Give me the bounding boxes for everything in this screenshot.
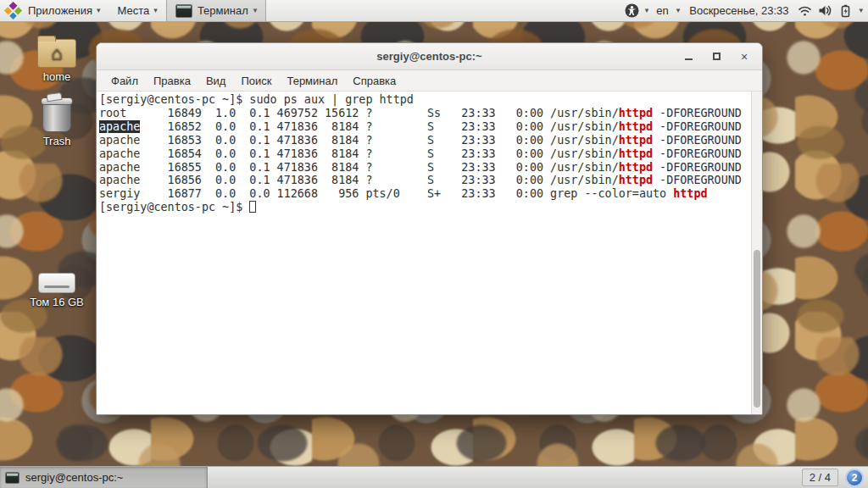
terminal-text-segment: 16852 0.0 0.1 471836 8184 ? S 23:33 0:00… (140, 120, 618, 133)
workspace-indicator[interactable]: 2 / 4 (802, 469, 838, 486)
applications-menu[interactable]: Приложения ▾ (19, 0, 109, 21)
terminal-text-segment: apache 16855 0.0 0.1 471836 8184 ? S 23:… (99, 161, 619, 174)
maximize-icon (713, 53, 721, 60)
maximize-button[interactable] (710, 51, 722, 63)
volume-icon[interactable] (818, 3, 832, 18)
terminal-line: [sergiy@centos-pc ~]$ (99, 201, 750, 214)
terminal-line: apache 16852 0.0 0.1 471836 8184 ? S 23:… (99, 120, 750, 134)
chevron-down-icon[interactable]: ▾ (645, 7, 649, 14)
menubar-item[interactable]: Поиск (234, 72, 278, 90)
terminal-text-segment: httpd (619, 134, 653, 147)
desktop-icon-label: Том 16 GB (20, 296, 93, 308)
terminal-text-segment: httpd (619, 147, 653, 160)
desktop-icon-volume[interactable]: Том 16 GB (20, 268, 93, 308)
terminal-text: [sergiy@centos-pc ~]$ sudo ps aux | grep… (99, 93, 750, 214)
terminal-content[interactable]: [sergiy@centos-pc ~]$ sudo ps aux | grep… (97, 92, 762, 414)
terminal-line: [sergiy@centos-pc ~]$ sudo ps aux | grep… (99, 93, 750, 107)
titlebar[interactable]: sergiy@centos-pc:~ × (97, 43, 762, 70)
terminal-line: apache 16856 0.0 0.1 471836 8184 ? S 23:… (99, 174, 750, 187)
terminal-text-segment: -DFOREGROUND (653, 161, 742, 174)
taskbar-item-terminal[interactable]: sergiy@centos-pc:~ (0, 467, 208, 488)
active-app-label: Терминал (198, 4, 248, 17)
terminal-text-segment: [sergiy@centos-pc ~]$ (99, 201, 249, 214)
chevron-down-icon: ▾ (253, 7, 258, 14)
terminal-text-segment: -DFOREGROUND (653, 147, 742, 160)
workspace-pager-badge[interactable]: 2 (845, 469, 864, 487)
menubar: ФайлПравкаВидПоискТерминалСправка (97, 70, 762, 92)
keyboard-layout-indicator[interactable]: en (654, 4, 670, 17)
house-glyph: ⌂ (38, 40, 75, 67)
terminal-line: apache 16854 0.0 0.1 471836 8184 ? S 23:… (99, 147, 750, 161)
window-title: sergiy@centos-pc:~ (376, 50, 481, 63)
taskbar-item-label: sergiy@centos-pc:~ (25, 471, 123, 484)
terminal-line: apache 16853 0.0 0.1 471836 8184 ? S 23:… (99, 134, 750, 147)
terminal-icon (175, 4, 192, 18)
desktop-icon-label: Trash (20, 135, 93, 147)
menubar-item[interactable]: Правка (147, 72, 198, 90)
terminal-text-segment: apache 16854 0.0 0.1 471836 8184 ? S 23:… (99, 147, 619, 160)
places-menu-label: Места (118, 4, 150, 17)
home-folder-icon: ⌂ (37, 39, 76, 68)
chevron-down-icon: ▾ (153, 7, 158, 14)
scrollbar-thumb[interactable] (754, 250, 760, 408)
terminal-line: root 16849 1.0 0.1 469752 15612 ? Ss 23:… (99, 107, 750, 120)
bottom-panel-right: 2 / 4 2 (802, 469, 868, 487)
terminal-text-segment: httpd (673, 187, 707, 200)
desktop-icon-trash[interactable]: Trash (20, 100, 93, 147)
window-controls: × (682, 43, 750, 69)
menubar-item[interactable]: Файл (104, 72, 145, 90)
terminal-cursor (249, 201, 256, 213)
places-menu[interactable]: Места ▾ (109, 0, 166, 21)
chevron-down-icon[interactable]: ▾ (859, 7, 863, 14)
terminal-text-segment: [sergiy@centos-pc ~]$ sudo ps aux | grep… (99, 93, 414, 106)
chevron-down-icon[interactable]: ▾ (676, 7, 681, 14)
clock[interactable]: Воскресенье, 23:33 (686, 4, 792, 17)
desktop-icon-home[interactable]: ⌂ home (20, 39, 93, 83)
menubar-item[interactable]: Вид (199, 72, 233, 90)
terminal-text-segment: -DFOREGROUND (653, 120, 742, 133)
terminal-text-segment: -DFOREGROUND (653, 174, 742, 186)
terminal-text-segment: httpd (619, 174, 653, 186)
terminal-text-segment: sergiy 16877 0.0 0.0 112668 956 pts/0 S+… (99, 187, 673, 200)
terminal-text-segment: httpd (619, 120, 653, 133)
terminal-text-segment: httpd (619, 161, 653, 174)
battery-icon[interactable] (838, 3, 853, 18)
terminal-line: apache 16855 0.0 0.1 471836 8184 ? S 23:… (99, 161, 750, 175)
minimize-icon (685, 58, 693, 60)
scrollbar[interactable] (751, 92, 762, 414)
terminal-window: sergiy@centos-pc:~ × ФайлПравкаВидПоискТ… (96, 42, 763, 415)
desktop-icon-label: home (20, 70, 93, 83)
drive-icon (38, 273, 75, 293)
terminal-text-segment: apache (99, 120, 140, 133)
terminal-text-segment: httpd (619, 107, 653, 119)
applications-menu-label: Приложения (28, 4, 92, 17)
terminal-text-segment: root 16849 1.0 0.1 469752 15612 ? Ss 23:… (99, 107, 619, 119)
terminal-text-segment: apache 16853 0.0 0.1 471836 8184 ? S 23:… (99, 134, 619, 147)
terminal-text-segment: -DFOREGROUND (653, 134, 742, 147)
top-panel-indicators: ▾ en ▾ Воскресенье, 23:33 (625, 0, 868, 21)
menubar-item[interactable]: Терминал (280, 72, 344, 90)
top-panel: Приложения ▾ Места ▾ Терминал ▾ ▾ (0, 0, 868, 22)
active-app-menu[interactable]: Терминал ▾ (166, 0, 266, 21)
terminal-text-segment: -DFOREGROUND (653, 107, 742, 119)
wifi-icon[interactable] (798, 3, 812, 18)
accessibility-icon[interactable] (625, 3, 639, 18)
terminal-icon (5, 472, 19, 484)
trash-icon (42, 100, 71, 132)
menubar-item[interactable]: Справка (346, 72, 403, 90)
terminal-line: sergiy 16877 0.0 0.0 112668 956 pts/0 S+… (99, 187, 750, 201)
top-panel-left: Приложения ▾ Места ▾ Терминал ▾ (0, 0, 266, 21)
minimize-button[interactable] (682, 51, 694, 63)
close-button[interactable]: × (738, 51, 750, 63)
chevron-down-icon: ▾ (97, 7, 101, 14)
terminal-text-segment: apache 16856 0.0 0.1 471836 8184 ? S 23:… (99, 174, 619, 186)
desktop-screen: Приложения ▾ Места ▾ Терминал ▾ ▾ (0, 0, 868, 488)
bottom-panel: sergiy@centos-pc:~ 2 / 4 2 (0, 466, 868, 488)
